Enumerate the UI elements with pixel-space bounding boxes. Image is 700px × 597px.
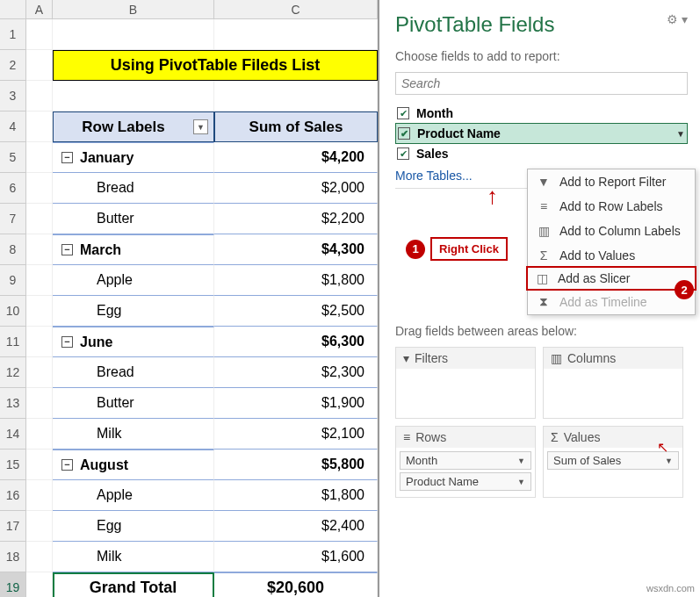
grand-total-label[interactable]: Grand Total <box>53 572 214 597</box>
pivot-value[interactable]: $1,800 <box>214 480 378 511</box>
row-head[interactable]: 19 <box>0 572 26 597</box>
pivot-item[interactable]: Butter <box>53 204 214 234</box>
col-head-b[interactable]: B <box>53 0 214 18</box>
pivot-header-rowlabels[interactable]: Row Labels ▼ <box>53 111 214 142</box>
row-head[interactable]: 5 <box>0 142 26 173</box>
arrow-up-icon: ↑ <box>487 183 498 210</box>
collapse-icon[interactable]: − <box>61 336 73 348</box>
filters-area[interactable]: ▾Filters <box>395 347 536 419</box>
sheet-title[interactable]: Using PivotTable Fileds List <box>53 50 378 81</box>
gear-icon[interactable]: ⚙ ▾ <box>667 12 688 26</box>
checkbox-icon[interactable]: ✔ <box>397 147 409 160</box>
row-head[interactable]: 10 <box>0 296 26 327</box>
column-headers: A B C <box>0 0 378 19</box>
pivot-item[interactable]: Bread <box>53 357 214 388</box>
grid-cells: Using PivotTable Fileds List Row Labels … <box>26 19 378 597</box>
row-head[interactable]: 9 <box>0 265 26 296</box>
area-tag[interactable]: Product Name▼ <box>400 472 531 491</box>
menu-add-row-labels[interactable]: ≡Add to Row Labels <box>528 194 695 219</box>
pivot-value[interactable]: $2,400 <box>214 511 378 542</box>
col-head-a[interactable]: A <box>26 0 53 18</box>
checkbox-icon[interactable]: ✔ <box>397 107 409 119</box>
col-head-c[interactable]: C <box>214 0 378 18</box>
columns-area[interactable]: ▥Columns <box>543 347 683 419</box>
pivot-item[interactable]: Milk <box>53 542 214 572</box>
pivot-item[interactable]: Milk <box>53 419 214 450</box>
watermark: wsxdn.com <box>646 583 695 593</box>
pivot-group[interactable]: −January <box>53 142 214 173</box>
collapse-icon[interactable]: − <box>61 459 73 471</box>
grand-total-value[interactable]: $20,600 <box>214 572 378 597</box>
pivot-item[interactable]: Apple <box>53 265 214 296</box>
pivot-group[interactable]: −March <box>53 234 214 265</box>
collapse-icon[interactable]: − <box>61 152 73 163</box>
row-head[interactable]: 11 <box>0 327 26 357</box>
values-area[interactable]: ΣValues Sum of Sales▼ <box>543 426 683 498</box>
row-head[interactable]: 13 <box>0 388 26 419</box>
pivot-value[interactable]: $1,800 <box>214 265 378 296</box>
row-head[interactable]: 16 <box>0 480 26 511</box>
pivot-item[interactable]: Bread <box>53 173 214 204</box>
filter-icon: ▾ <box>403 351 409 365</box>
pivot-group[interactable]: −June <box>53 327 214 357</box>
pivot-value[interactable]: $1,900 <box>214 388 378 419</box>
row-head[interactable]: 18 <box>0 542 26 572</box>
pivot-value[interactable]: $2,100 <box>214 419 378 450</box>
collapse-icon[interactable]: − <box>61 244 73 255</box>
slicer-icon: ◫ <box>535 271 549 285</box>
columns-icon: ▥ <box>537 224 551 238</box>
row-head[interactable]: 15 <box>0 450 26 480</box>
pivot-group[interactable]: −August <box>53 450 214 480</box>
field-month[interactable]: ✔ Month <box>395 104 688 123</box>
filter-dropdown-icon[interactable]: ▼ <box>193 119 208 134</box>
pivot-value[interactable]: $2,200 <box>214 204 378 234</box>
pivot-value[interactable]: $2,000 <box>214 173 378 204</box>
row-head[interactable]: 1 <box>0 19 26 50</box>
menu-add-slicer[interactable]: ◫Add as Slicer <box>526 266 696 291</box>
field-product-name[interactable]: ✔ Product Name ▼ <box>395 123 688 144</box>
context-menu: ▼Add to Report Filter ≡Add to Row Labels… <box>527 169 696 315</box>
row-head[interactable]: 12 <box>0 357 26 388</box>
right-click-label: Right Click <box>430 237 508 261</box>
row-head[interactable]: 8 <box>0 234 26 265</box>
rows-icon: ≡ <box>403 430 410 444</box>
select-all-corner[interactable] <box>0 0 26 18</box>
pivot-item[interactable]: Apple <box>53 480 214 511</box>
pivot-item[interactable]: Egg <box>53 296 214 327</box>
area-tag[interactable]: Month▼ <box>400 451 531 470</box>
row-head[interactable]: 2 <box>0 50 26 81</box>
pivot-value[interactable]: $6,300 <box>214 327 378 357</box>
sigma-icon: Σ <box>537 248 551 263</box>
menu-add-column-labels[interactable]: ▥Add to Column Labels <box>528 219 695 243</box>
row-head[interactable]: 14 <box>0 419 26 450</box>
menu-add-report-filter[interactable]: ▼Add to Report Filter <box>528 169 695 194</box>
pivot-item[interactable]: Butter <box>53 388 214 419</box>
pivot-item[interactable]: Egg <box>53 511 214 542</box>
rows-icon: ≡ <box>537 199 551 213</box>
row-labels-text: Row Labels <box>54 119 193 136</box>
search-input[interactable] <box>395 72 688 95</box>
drop-areas: ▾Filters ▥Columns ≡Rows Month▼ Product N… <box>395 347 688 498</box>
row-head[interactable]: 3 <box>0 81 26 111</box>
row-head[interactable]: 6 <box>0 173 26 204</box>
rows-area[interactable]: ≡Rows Month▼ Product Name▼ <box>395 426 536 498</box>
drag-areas-label: Drag fields between areas below: <box>395 324 688 338</box>
field-sales[interactable]: ✔ Sales <box>395 144 688 163</box>
pivot-value[interactable]: $1,600 <box>214 542 378 572</box>
row-head[interactable]: 7 <box>0 204 26 234</box>
pivot-header-sumsales[interactable]: Sum of Sales <box>214 111 378 142</box>
panel-subtitle: Choose fields to add to report: <box>395 49 688 63</box>
row-head[interactable]: 4 <box>0 111 26 142</box>
pivot-value[interactable]: $2,500 <box>214 296 378 327</box>
menu-add-values[interactable]: ΣAdd to Values <box>528 243 695 268</box>
pivot-value[interactable]: $4,300 <box>214 234 378 265</box>
checkbox-icon[interactable]: ✔ <box>398 127 410 140</box>
columns-icon: ▥ <box>551 351 562 365</box>
filter-icon: ▼ <box>537 175 551 189</box>
pivot-value[interactable]: $4,200 <box>214 142 378 173</box>
row-head[interactable]: 17 <box>0 511 26 542</box>
pivot-value[interactable]: $5,800 <box>214 450 378 480</box>
step-badge-1: 1 <box>406 240 425 259</box>
pivot-value[interactable]: $2,300 <box>214 357 378 388</box>
sigma-icon: Σ <box>551 430 559 444</box>
